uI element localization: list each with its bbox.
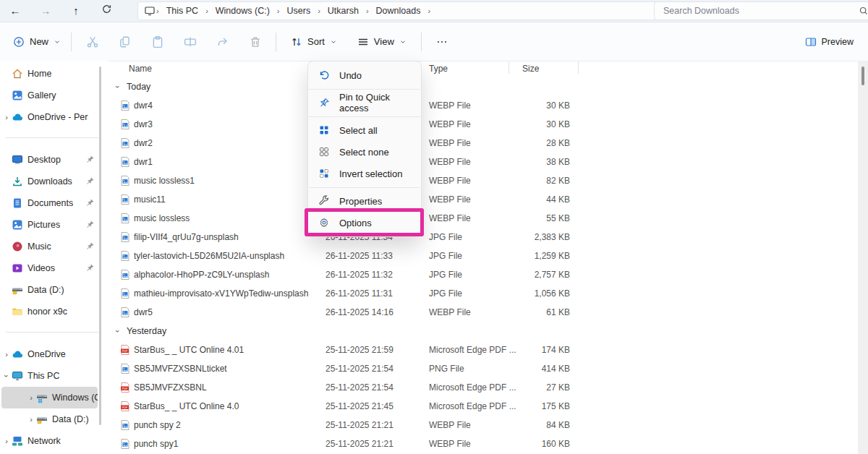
delete-button[interactable]	[239, 35, 271, 48]
file-name: StarBus_ _ UTC Online 4.01	[134, 340, 244, 359]
file-row[interactable]: mathieu-improvisato-xV1YWpTediw-unsplash…	[109, 284, 858, 303]
breadcrumb-item[interactable]: Windows (C:)	[209, 6, 276, 16]
column-header-size[interactable]: Size	[522, 61, 539, 76]
see-more-button[interactable]	[426, 36, 458, 48]
trash-icon	[249, 35, 262, 48]
file-name: music11	[134, 190, 166, 209]
breadcrumb-item[interactable]: This PC	[160, 6, 205, 16]
vertical-scrollbar-thumb[interactable]	[861, 67, 864, 85]
sidebar-item-music[interactable]: Music	[1, 236, 98, 257]
file-row[interactable]: PDFStarBus_ _ UTC Online 4.025-11-2025 2…	[109, 397, 858, 416]
file-row[interactable]: SB5JMVFZXSBNLticket25-11-2025 21:54PNG F…	[109, 359, 858, 378]
rename-button[interactable]	[174, 35, 206, 48]
file-size: 174 KB	[470, 340, 570, 359]
sidebar-item-label: OneDrive	[27, 349, 66, 359]
search-box[interactable]	[654, 1, 868, 20]
image-file-icon	[119, 119, 131, 130]
sidebar-item-gallery[interactable]: Gallery	[1, 85, 98, 106]
file-row[interactable]: dwr3WEBP File30 KB	[109, 115, 858, 134]
file-row[interactable]: tyler-lastovich-L5D26M5U2IA-unsplash26-1…	[109, 247, 858, 265]
preview-toggle-button[interactable]: Preview	[805, 36, 854, 48]
file-row[interactable]: PDFSB5JMVFZXSBNL25-11-2025 21:54Microsof…	[109, 378, 858, 397]
column-divider[interactable]	[578, 61, 579, 74]
file-row[interactable]: punch spy 225-11-2025 21:21WEBP File84 K…	[109, 416, 858, 434]
sidebar-item-data-d-[interactable]: ›Data (D:)	[1, 408, 98, 430]
chevron-right-icon[interactable]: ›	[1, 350, 12, 359]
chevron-right-icon[interactable]: ›	[1, 113, 12, 121]
up-button[interactable]: ↑	[61, 0, 91, 22]
sidebar-item-onedrive-personal[interactable]: ›OneDrive - Personal	[1, 106, 98, 128]
file-row[interactable]: dwr2WEBP File28 KB	[109, 134, 858, 153]
search-input[interactable]	[662, 5, 854, 17]
sidebar-item-videos[interactable]: Videos	[1, 257, 98, 279]
sidebar-item-windows-c-[interactable]: ›Windows (C:)	[1, 387, 98, 408]
sidebar-item-network[interactable]: ›Network	[1, 430, 98, 452]
folder-icon	[12, 306, 23, 317]
sidebar-scrollbar[interactable]	[99, 67, 101, 425]
file-row[interactable]: music lossless1WEBP File82 KB	[109, 171, 858, 190]
sidebar-item-honor-x9c[interactable]: honor x9c	[1, 301, 98, 322]
chevron-right-icon[interactable]: ›	[1, 437, 12, 445]
file-row[interactable]: filip-VIIf4_qrUu7g-unsplash26-11-2025 11…	[109, 228, 858, 247]
chevron-right-icon[interactable]: ›	[26, 393, 36, 402]
sidebar-item-pictures[interactable]: Pictures	[1, 214, 98, 236]
sidebar-item-home[interactable]: Home	[1, 63, 98, 85]
sidebar-item-data-d-[interactable]: Data (D:)	[1, 279, 98, 301]
file-row[interactable]: dwr1WEBP File38 KB	[109, 153, 858, 171]
vertical-scrollbar-track[interactable]	[858, 61, 868, 454]
sidebar-item-desktop[interactable]: Desktop	[1, 149, 98, 171]
file-size: 1,259 KB	[470, 247, 570, 265]
chevron-down-icon[interactable]: ›	[1, 372, 12, 380]
breadcrumb-item[interactable]: Downloads	[370, 6, 427, 16]
sidebar-item-label: Desktop	[27, 155, 61, 165]
breadcrumb-item[interactable]: Utkarsh	[321, 6, 365, 16]
copy-button[interactable]	[109, 35, 141, 48]
image-file-icon	[119, 419, 131, 431]
menu-item-select-all[interactable]: Select all	[308, 119, 421, 141]
menu-item-options[interactable]: Options	[308, 212, 421, 234]
file-row[interactable]: punch spy125-11-2025 21:21WEBP File160 K…	[109, 434, 858, 453]
file-row[interactable]: alphacolor-HhoPP-zC9LY-unsplash26-11-202…	[109, 265, 858, 284]
sidebar-item-label: Videos	[27, 263, 55, 273]
forward-button[interactable]: →	[30, 0, 61, 22]
column-header-type[interactable]: Type	[429, 61, 448, 76]
paste-button[interactable]	[141, 35, 174, 48]
image-file-icon	[119, 307, 131, 318]
menu-item-properties[interactable]: Properties	[308, 190, 421, 212]
wrench-icon	[318, 195, 330, 207]
file-row[interactable]: dwr526-11-2025 14:16WEBP File61 KB	[109, 303, 858, 322]
group-header-yesterday[interactable]: ›Yesterday	[109, 322, 858, 340]
sidebar-item-onedrive[interactable]: ›OneDrive	[1, 343, 98, 365]
group-header-today[interactable]: ›Today	[109, 77, 858, 96]
file-row[interactable]: dwr4WEBP File30 KB	[109, 96, 858, 115]
download-icon	[12, 176, 23, 187]
column-header-name[interactable]: Name	[129, 61, 152, 76]
sidebar-item-downloads[interactable]: Downloads	[1, 171, 98, 192]
back-button[interactable]: ←	[0, 0, 30, 22]
refresh-button[interactable]	[91, 0, 122, 22]
cut-button[interactable]	[76, 35, 109, 48]
sidebar-item-this-pc[interactable]: ›This PC	[1, 365, 98, 387]
menu-item-select-none[interactable]: Select none	[308, 141, 421, 163]
pin-icon	[85, 176, 95, 186]
sidebar-item-label: OneDrive - Personal	[27, 112, 88, 122]
address-bar[interactable]: ›This PC›Windows (C:)›Users›Utkarsh›Down…	[137, 1, 660, 20]
sort-button[interactable]: Sort	[281, 36, 347, 48]
menu-item-pin-to-quick-access[interactable]: Pin to Quick access	[308, 92, 421, 113]
sidebar-item-documents[interactable]: Documents	[1, 192, 98, 214]
chevron-right-icon[interactable]: ›	[26, 415, 36, 424]
column-divider[interactable]	[509, 61, 509, 74]
file-name: punch spy 2	[134, 416, 181, 434]
share-button[interactable]	[206, 35, 239, 48]
menu-item-invert-selection[interactable]: Invert selection	[308, 163, 421, 184]
breadcrumb-item[interactable]: Users	[280, 6, 317, 16]
menu-item-undo[interactable]: Undo	[308, 64, 421, 86]
pin-blue-icon	[318, 97, 330, 108]
file-row[interactable]: music11WEBP File44 KB	[109, 190, 858, 209]
file-row[interactable]: music losslessWEBP File55 KB	[109, 209, 858, 228]
view-button[interactable]: View	[347, 36, 417, 48]
file-row[interactable]: PDFStarBus_ _ UTC Online 4.0125-11-2025 …	[109, 340, 858, 359]
new-button[interactable]: New	[13, 36, 61, 48]
file-date-modified: 25-11-2025 21:21	[326, 434, 393, 453]
pdf-file-icon: PDF	[119, 344, 131, 356]
